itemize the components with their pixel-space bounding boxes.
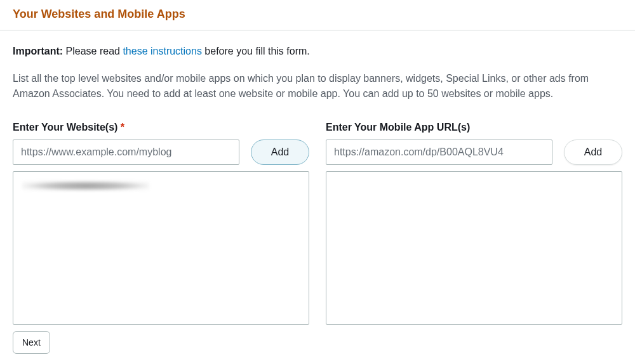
apps-list[interactable] — [326, 171, 622, 325]
form-description: List all the top level websites and/or m… — [13, 71, 622, 101]
important-prefix: Please read — [63, 46, 123, 56]
apps-label-text: Enter Your Mobile App URL(s) — [326, 122, 470, 133]
instructions-link[interactable]: these instructions — [123, 46, 202, 56]
section-header: Your Websites and Mobile Apps — [0, 0, 635, 30]
apps-label: Enter Your Mobile App URL(s) — [326, 122, 622, 133]
websites-column: Enter Your Website(s) * Add — [13, 122, 309, 325]
important-label: Important: — [13, 46, 63, 56]
add-website-button[interactable]: Add — [251, 140, 309, 165]
next-button[interactable]: Next — [13, 331, 50, 354]
form-footer: Next — [13, 325, 622, 354]
app-url-input[interactable] — [326, 140, 552, 165]
websites-label-text: Enter Your Website(s) — [13, 122, 117, 133]
add-app-button[interactable]: Add — [564, 140, 622, 165]
websites-label: Enter Your Website(s) * — [13, 122, 309, 133]
important-suffix: before you fill this form. — [202, 46, 310, 56]
websites-list[interactable] — [13, 171, 309, 325]
apps-column: Enter Your Mobile App URL(s) Add — [326, 122, 622, 325]
required-marker: * — [121, 122, 124, 133]
website-url-input[interactable] — [13, 140, 239, 165]
section-title: Your Websites and Mobile Apps — [13, 8, 622, 21]
website-entry-redacted — [22, 181, 149, 191]
important-notice: Important: Please read these instruction… — [13, 46, 622, 57]
